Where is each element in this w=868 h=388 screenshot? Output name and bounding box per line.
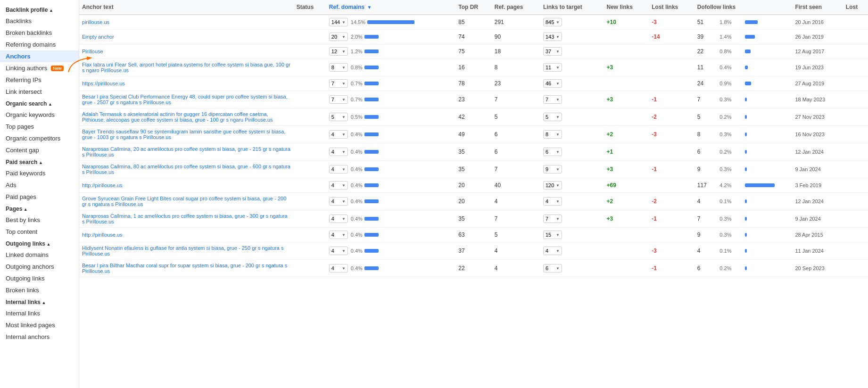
- col-lost-links[interactable]: Lost links: [649, 0, 694, 15]
- anchor-link[interactable]: Besar l pira Bilthar Macthar coral supr …: [82, 263, 287, 274]
- links-to-target-dropdown[interactable]: 4 ▼: [543, 197, 562, 206]
- ref-domains-dropdown[interactable]: 4 ▼: [329, 148, 348, 156]
- links-to-target-cell[interactable]: 6 ▼: [540, 143, 604, 161]
- links-to-target-cell[interactable]: 8 ▼: [540, 126, 604, 143]
- anchor-text-cell[interactable]: Besar l pira Special Club Performance En…: [79, 91, 294, 108]
- sidebar-item-referring-ips[interactable]: Referring IPs: [0, 74, 79, 86]
- anchor-text-cell[interactable]: http://pirillouse.us: [79, 228, 294, 242]
- ref-domains-cell[interactable]: 5 ▼ 0.5%: [326, 108, 456, 126]
- sidebar-item-content-gap[interactable]: Content gap: [0, 144, 79, 156]
- anchor-link[interactable]: http://pirillouse.us: [82, 232, 123, 238]
- ref-domains-dropdown[interactable]: 7 ▼: [329, 79, 348, 88]
- sidebar-item-backlinks[interactable]: Backlinks: [0, 15, 79, 27]
- ref-domains-dropdown[interactable]: 144 ▼: [329, 18, 348, 26]
- sidebar-section-pages[interactable]: Pages: [0, 203, 79, 214]
- sidebar-section-internal-links[interactable]: Internal links: [0, 296, 79, 307]
- sidebar-item-broken-links[interactable]: Broken links: [0, 284, 79, 296]
- sidebar-item-internal-links[interactable]: Internal links: [0, 307, 79, 319]
- sidebar-item-outgoing-links[interactable]: Outgoing links: [0, 272, 79, 284]
- sidebar-item-anchors[interactable]: Anchors: [0, 50, 79, 62]
- sidebar-item-linked-domains[interactable]: Linked domains: [0, 249, 79, 261]
- col-anchor-text[interactable]: Anchor text: [79, 0, 294, 15]
- sidebar-item-top-pages[interactable]: Top pages: [0, 121, 79, 132]
- anchor-link[interactable]: Naraprosas Callmina, 20 ac ameliloctus p…: [82, 146, 290, 157]
- ref-domains-dropdown[interactable]: 8 ▼: [329, 63, 348, 72]
- sidebar-item-organic-competitors[interactable]: Organic competitors: [0, 132, 79, 144]
- col-dofollow-links[interactable]: Dofollow links: [694, 0, 793, 15]
- ref-domains-dropdown[interactable]: 4 ▼: [329, 231, 348, 239]
- links-to-target-dropdown[interactable]: 7 ▼: [543, 95, 562, 104]
- links-to-target-cell[interactable]: 6 ▼: [540, 260, 604, 277]
- links-to-target-dropdown[interactable]: 9 ▼: [543, 165, 562, 173]
- anchor-link[interactable]: Pirillouse: [82, 49, 103, 54]
- links-to-target-dropdown[interactable]: 4 ▼: [543, 247, 562, 255]
- links-to-target-cell[interactable]: 37 ▼: [540, 44, 604, 59]
- anchor-text-cell[interactable]: Hidlysent Nonatin efauless is guflase fo…: [79, 242, 294, 260]
- sidebar-item-organic-keywords[interactable]: Organic keywords: [0, 109, 79, 121]
- sidebar-item-linking-authors[interactable]: Linking authors New: [0, 62, 79, 74]
- sidebar-item-top-content[interactable]: Top content: [0, 226, 79, 238]
- ref-domains-cell[interactable]: 4 ▼ 0.4%: [326, 161, 456, 178]
- links-to-target-cell[interactable]: 845 ▼: [540, 15, 604, 30]
- col-ref-pages[interactable]: Ref. pages: [492, 0, 540, 15]
- col-links-to-target[interactable]: Links to target: [540, 0, 604, 15]
- ref-domains-cell[interactable]: 20 ▼ 2.0%: [326, 30, 456, 44]
- ref-domains-cell[interactable]: 144 ▼ 14.5%: [326, 15, 456, 30]
- ref-domains-dropdown[interactable]: 4 ▼: [329, 215, 348, 223]
- ref-domains-cell[interactable]: 7 ▼ 0.7%: [326, 76, 456, 91]
- ref-domains-cell[interactable]: 4 ▼ 0.4%: [326, 193, 456, 210]
- links-to-target-cell[interactable]: 11 ▼: [540, 59, 604, 76]
- sidebar-section-paid-search[interactable]: Paid search: [0, 156, 79, 167]
- anchor-link[interactable]: http://pirillouse.us: [82, 182, 123, 188]
- anchor-text-cell[interactable]: http://pirillouse.us: [79, 178, 294, 193]
- anchor-link[interactable]: Besar l pira Special Club Performance En…: [82, 94, 288, 105]
- anchor-link[interactable]: pirillouse.us: [82, 19, 109, 25]
- ref-domains-dropdown[interactable]: 4 ▼: [329, 181, 348, 190]
- sidebar-item-best-by-links[interactable]: Best by links: [0, 214, 79, 226]
- links-to-target-dropdown[interactable]: 46 ▼: [543, 79, 562, 88]
- sidebar-item-ads[interactable]: Ads: [0, 179, 79, 191]
- anchor-text-cell[interactable]: Naraprosas Callmina, 20 ac ameliloctus p…: [79, 143, 294, 161]
- links-to-target-cell[interactable]: 4 ▼: [540, 193, 604, 210]
- ref-domains-cell[interactable]: 8 ▼ 0.8%: [326, 59, 456, 76]
- ref-domains-dropdown[interactable]: 7 ▼: [329, 95, 348, 104]
- links-to-target-cell[interactable]: 5 ▼: [540, 108, 604, 126]
- ref-domains-cell[interactable]: 12 ▼ 1.2%: [326, 44, 456, 59]
- links-to-target-cell[interactable]: 120 ▼: [540, 178, 604, 193]
- anchor-text-cell[interactable]: Naraprosas Callmina, 80 ac ameliloctus p…: [79, 161, 294, 178]
- anchor-text-cell[interactable]: https://pirillouse.us: [79, 76, 294, 91]
- links-to-target-dropdown[interactable]: 845 ▼: [543, 18, 562, 26]
- anchor-text-cell[interactable]: Naraprosas Callmina, 1 ac ameliloctus pr…: [79, 210, 294, 228]
- sidebar-section-organic-search[interactable]: Organic search: [0, 98, 79, 109]
- anchor-link[interactable]: Bayer Tirendo sauseflaw 90 se syntemilug…: [82, 129, 285, 140]
- ref-domains-dropdown[interactable]: 20 ▼: [329, 33, 348, 41]
- ref-domains-dropdown[interactable]: 4 ▼: [329, 264, 348, 272]
- links-to-target-cell[interactable]: 7 ▼: [540, 91, 604, 108]
- ref-domains-dropdown[interactable]: 4 ▼: [329, 247, 348, 255]
- links-to-target-dropdown[interactable]: 6 ▼: [543, 264, 562, 272]
- links-to-target-dropdown[interactable]: 143 ▼: [543, 33, 562, 41]
- ref-domains-cell[interactable]: 7 ▼ 0.7%: [326, 91, 456, 108]
- anchor-link[interactable]: Naraprosas Callmina, 80 ac ameliloctus p…: [82, 164, 290, 175]
- sidebar-item-paid-keywords[interactable]: Paid keywords: [0, 167, 79, 179]
- links-to-target-cell[interactable]: 46 ▼: [540, 76, 604, 91]
- anchor-link[interactable]: Adalah Termasuk s akseleratorial actinin…: [82, 111, 273, 123]
- anchor-text-cell[interactable]: Besar l pira Bilthar Macthar coral supr …: [79, 260, 294, 277]
- links-to-target-dropdown[interactable]: 11 ▼: [543, 63, 562, 72]
- anchor-link[interactable]: Naraprosas Callmina, 1 ac ameliloctus pr…: [82, 213, 288, 224]
- links-to-target-cell[interactable]: 15 ▼: [540, 228, 604, 242]
- col-first-seen[interactable]: First seen: [792, 0, 843, 15]
- ref-domains-cell[interactable]: 4 ▼ 0.4%: [326, 260, 456, 277]
- anchor-text-cell[interactable]: Adalah Termasuk s akseleratorial actinin…: [79, 108, 294, 126]
- ref-domains-cell[interactable]: 4 ▼ 0.4%: [326, 242, 456, 260]
- col-status[interactable]: Status: [294, 0, 326, 15]
- links-to-target-dropdown[interactable]: 8 ▼: [543, 130, 562, 139]
- anchor-text-cell[interactable]: Pirillouse: [79, 44, 294, 59]
- sidebar-item-referring-domains[interactable]: Referring domains: [0, 39, 79, 50]
- anchor-text-cell[interactable]: Flax labra uni Flear Sell, airport hotel…: [79, 59, 294, 76]
- links-to-target-dropdown[interactable]: 5 ▼: [543, 113, 562, 121]
- col-new-links[interactable]: New links: [604, 0, 649, 15]
- ref-domains-dropdown[interactable]: 4 ▼: [329, 197, 348, 206]
- sidebar-section-outgoing-links[interactable]: Outgoing links: [0, 238, 79, 249]
- ref-domains-cell[interactable]: 4 ▼ 0.4%: [326, 210, 456, 228]
